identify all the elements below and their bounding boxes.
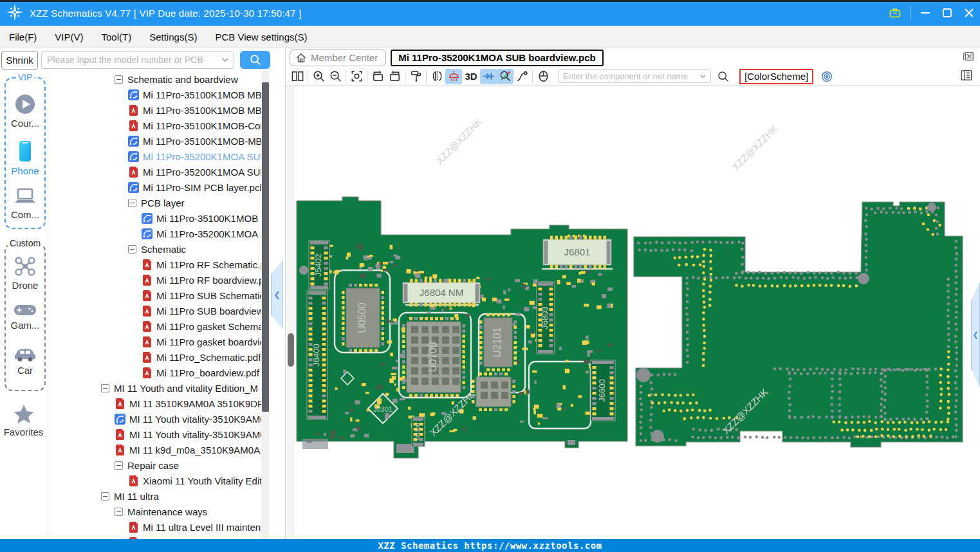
- tree-item[interactable]: Xiaomi 11 Youth Vitality Edit: [49, 473, 261, 488]
- collapse-toggle-icon[interactable]: [115, 461, 123, 470]
- diode-mode-button[interactable]: [480, 69, 497, 84]
- sidebar-item-phone[interactable]: Phone: [6, 139, 44, 176]
- tree-item[interactable]: Mi 11Pro gasket boardvie: [49, 334, 261, 349]
- menu-item-4[interactable]: Settings(S): [140, 26, 206, 48]
- sidebar-item-car[interactable]: Car: [6, 344, 44, 376]
- collapse-toggle-icon[interactable]: [115, 508, 123, 516]
- fit-center-button[interactable]: [348, 69, 365, 84]
- tree-item[interactable]: Mi 11Pro RF boardview.pd: [49, 272, 261, 288]
- member-center-button[interactable]: Member Center: [290, 50, 386, 66]
- model-search-button[interactable]: [240, 51, 270, 69]
- tree-item[interactable]: Mi 11Pro-35200K1MOA SUB: [49, 149, 261, 164]
- svg-text:J6803: J6803: [540, 306, 550, 329]
- tree-item[interactable]: Mi 11Pro-35200K1MOA SUB: [49, 164, 261, 179]
- mouse-settings-button[interactable]: [535, 69, 551, 84]
- collapse-toggle-icon[interactable]: [128, 199, 136, 207]
- collapse-left-panel-handle[interactable]: ❮: [271, 260, 283, 329]
- tree-item[interactable]: Mi 11Pro-35100K1MOB MB l: [49, 87, 261, 102]
- sidebar-item-computer[interactable]: Com...: [6, 187, 44, 220]
- view-3d-button[interactable]: 3D: [462, 71, 480, 82]
- tree-group[interactable]: MI 11 ultra: [49, 488, 261, 504]
- zoom-in-button[interactable]: [310, 69, 327, 84]
- close-button[interactable]: [958, 0, 980, 26]
- license-icon[interactable]: [884, 0, 906, 26]
- tree-item[interactable]: Mi 11Pro-35100K1MOB M: [49, 210, 261, 226]
- shrink-button[interactable]: Shrink: [1, 51, 38, 69]
- menu-item-1[interactable]: File(F): [0, 26, 46, 48]
- chevron-down-icon[interactable]: [699, 72, 707, 80]
- tree-item-label: PCB layer: [141, 198, 185, 208]
- pdf-file-icon: [142, 336, 156, 347]
- pcb-canvas[interactable]: J5402J6400U0500J6804 NMU0700U2101J6801J6…: [286, 86, 980, 541]
- sidebar-item-favorites[interactable]: Favorites: [0, 403, 47, 437]
- zoom-out-button[interactable]: [327, 69, 344, 84]
- net-search-input[interactable]: [562, 71, 699, 82]
- maximize-button[interactable]: [936, 0, 958, 26]
- tree-item[interactable]: Mi 11Pro_Schematic.pdf: [49, 349, 261, 365]
- collapse-toggle-icon[interactable]: [115, 75, 123, 84]
- pcb-board-view[interactable]: J5402J6400U0500J6804 NMU0700U2101J6801J6…: [286, 86, 972, 541]
- tree-item[interactable]: MI 11 Youth vitality-3510K9AM0: [49, 427, 261, 442]
- tree-group[interactable]: Schematic: [49, 241, 261, 257]
- close-panel-icon[interactable]: [961, 50, 975, 66]
- pdf-file-icon: [128, 167, 143, 178]
- sidebar-item-game[interactable]: Gam...: [6, 302, 44, 331]
- net-search-button[interactable]: [715, 69, 732, 84]
- model-search-box[interactable]: [41, 51, 234, 69]
- net-search-box[interactable]: [558, 69, 711, 83]
- document-tab[interactable]: Mi 11Pro-35200K1MOA SUB boardview.pcb: [391, 50, 603, 66]
- tree-item[interactable]: Mi 11Pro-35100K1MOB MB i: [49, 102, 261, 118]
- tree-item[interactable]: MI 11 k9d_m0a_3510K9AM0A.p: [49, 442, 261, 457]
- measure-inspect-button[interactable]: [497, 69, 513, 84]
- mirror-flip-button[interactable]: [429, 69, 445, 84]
- tree-item[interactable]: Mi 11 ultra Level III maintena: [49, 519, 261, 535]
- chevron-down-icon[interactable]: [221, 55, 230, 64]
- tree-item[interactable]: MI 11 3510K9AM0A 3510K9DP2: [49, 396, 261, 411]
- phone-icon: [14, 139, 37, 163]
- menu-item-3[interactable]: Tool(T): [93, 26, 141, 48]
- tree-item-label: Mi 11Pro-35100K1MOB MB l: [143, 89, 261, 100]
- canvas-scrollbar[interactable]: [287, 86, 295, 541]
- tree-item[interactable]: Mi 11Pro gasket Schemat: [49, 318, 261, 334]
- minimize-button[interactable]: [914, 0, 936, 26]
- lamp-highlight-button[interactable]: [445, 69, 462, 84]
- paint-brush-button[interactable]: [407, 69, 424, 84]
- rotate-cw-button[interactable]: [386, 69, 403, 84]
- collapse-toggle-icon[interactable]: [101, 384, 109, 392]
- tree-item[interactable]: Mi 11Pro-35100K1MOB-MB-: [49, 133, 261, 149]
- pdf-file-icon: [128, 120, 143, 131]
- tree-item[interactable]: MI 11 Youth vitality-3510K9AM0: [49, 411, 261, 427]
- menu-item-2[interactable]: VIP(V): [46, 26, 92, 48]
- status-text: XZZ Schematics https://www.xzztools.com: [378, 540, 602, 551]
- tree-group[interactable]: Maintenance ways: [49, 504, 261, 519]
- tree-item[interactable]: Mi 11Pro SUB boardview.p: [49, 303, 261, 318]
- sidebar-item-course[interactable]: Cour...: [6, 93, 44, 129]
- tree-item[interactable]: Mi 11Pro-SIM PCB layer.pcb: [49, 179, 261, 195]
- collapse-toggle-icon[interactable]: [128, 245, 136, 253]
- layer-panel-toggle[interactable]: [959, 68, 974, 85]
- color-scheme-button[interactable]: [ColorScheme]: [739, 69, 813, 84]
- tree-group[interactable]: MI 11 Youth and vitality Edition_M: [49, 380, 261, 396]
- model-search-input[interactable]: [46, 54, 221, 66]
- canvas-scrollbar-thumb[interactable]: [288, 333, 294, 367]
- tree-item[interactable]: Mi 11Pro RF Schematic.pd: [49, 257, 261, 272]
- menu-item-5[interactable]: PCB View settings(S): [206, 26, 316, 48]
- tree-item[interactable]: Mi 11Pro-35100K1MOB-Com: [49, 118, 261, 133]
- menu-bar: File(F)VIP(V)Tool(T)Settings(S)PCB View …: [0, 26, 980, 48]
- collapse-toggle-icon[interactable]: [101, 492, 109, 501]
- tree-group[interactable]: PCB layer: [49, 195, 261, 210]
- tree-item-label: Schematic and boardview: [127, 74, 238, 85]
- tree-scrollbar[interactable]: [261, 71, 270, 541]
- tree-group[interactable]: Repair case: [49, 457, 261, 473]
- tree-item[interactable]: Mi 11Pro-35200K1MOA S: [49, 226, 261, 241]
- rotate-ccw-button[interactable]: [369, 69, 386, 84]
- eye-target-icon[interactable]: [818, 69, 835, 84]
- pdf-file-icon: [115, 398, 129, 409]
- sidebar-item-drone[interactable]: Drone: [6, 255, 44, 291]
- tree-item[interactable]: Mi 11Pro SUB Schematic.p: [49, 288, 261, 303]
- split-view-button[interactable]: [289, 69, 306, 84]
- curve-trace-button[interactable]: [513, 69, 530, 84]
- tree-scrollbar-thumb[interactable]: [262, 82, 269, 412]
- tree-item[interactable]: Mi 11Pro_boardview.pdf: [49, 365, 261, 380]
- tree-group[interactable]: Schematic and boardview: [49, 71, 261, 87]
